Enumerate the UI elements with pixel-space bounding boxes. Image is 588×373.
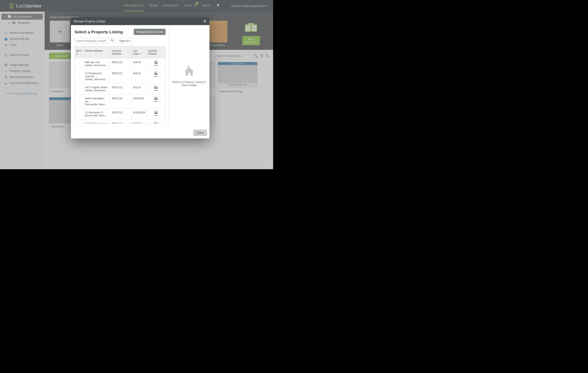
image-icon[interactable] [154, 111, 158, 114]
col-upload[interactable]: Upload Photos [147, 46, 165, 58]
cell-license: 5551212 [110, 83, 132, 94]
more-icon[interactable]: ••• [154, 76, 158, 77]
modal-detail-pane: Select a Property Listing to View Detail… [169, 25, 210, 127]
cell-date: 6/28/2018 [131, 109, 147, 120]
cell-address: 2444 Harrington Av…Bonneville, Minnes… [83, 94, 110, 109]
cell-address: 695 Ayn AveAdrian, Minnesota 5… [83, 58, 110, 69]
cell-mls [75, 109, 83, 120]
image-icon[interactable] [154, 61, 158, 64]
search-listings-input[interactable] [76, 39, 110, 42]
letterbox [0, 169, 273, 175]
cell-license: 5551212 [110, 120, 132, 124]
cell-date: 9/4/18 [131, 69, 147, 83]
manage-data-sources-button[interactable]: Manage Data Sources [134, 29, 166, 35]
modal-heading: Select a Property Listing [74, 30, 123, 34]
cell-mls [75, 58, 83, 69]
cell-license: 5551212 [110, 69, 132, 83]
cell-address: 11 Blumwist CtBonneville, Minnes… [83, 109, 110, 120]
view-all-dropdown[interactable]: View All [117, 38, 133, 44]
cell-upload: ••• [147, 109, 165, 120]
table-row[interactable]: 11 Blumwist CtBonneville, Minnes…5551212… [75, 109, 165, 120]
table-row[interactable]: 3 Chisaiwood AvenueAdrian, Minnesota 5…5… [75, 69, 165, 83]
more-icon[interactable]: ••• [154, 101, 158, 102]
modal-title: Manage Property Listings [74, 20, 106, 23]
cell-address: 2817 Eighth StreetAdrian, Minnesota 5… [83, 83, 110, 94]
cell-address: 3 Chisaiwood AvenueAdrian, Minnesota 5… [83, 69, 110, 83]
listings-table: MLS # Street Address License Number List… [74, 46, 166, 124]
more-icon[interactable]: ••• [154, 115, 158, 116]
col-list-date[interactable]: List Date [131, 46, 147, 58]
cell-date: 9/1/18 [131, 83, 147, 94]
image-icon[interactable] [154, 72, 158, 75]
cell-license: 5551212 [110, 58, 132, 69]
cell-upload: ••• [147, 83, 165, 94]
image-icon[interactable] [154, 97, 158, 100]
cell-upload: ••• [147, 120, 165, 124]
dropdown-label: View All [119, 39, 129, 42]
more-icon[interactable]: ••• [154, 65, 158, 66]
col-mls[interactable]: MLS # [75, 46, 83, 58]
cell-mls [75, 94, 83, 109]
table-header: MLS # Street Address License Number List… [75, 46, 165, 58]
image-icon[interactable] [154, 86, 158, 89]
done-button[interactable]: Done [193, 130, 207, 136]
close-icon[interactable]: ✕ [203, 19, 207, 23]
cell-upload: ••• [147, 94, 165, 109]
modal-titlebar: Manage Property Listings ✕ [71, 18, 210, 25]
table-row[interactable]: 2444 Harrington Av…Bonneville, Minnes…55… [75, 94, 165, 109]
table-row[interactable]: 317 Calico AvenueAdrian, Minnesota 5…555… [75, 120, 165, 124]
house-icon [183, 66, 196, 77]
cell-upload: ••• [147, 69, 165, 83]
more-icon[interactable]: ••• [154, 90, 158, 91]
cell-mls [75, 83, 83, 94]
cell-upload: ••• [147, 58, 165, 69]
table-row[interactable]: 695 Ayn AveAdrian, Minnesota 5…55512129/… [75, 58, 165, 69]
cell-mls [75, 69, 83, 83]
col-license[interactable]: License Number [110, 46, 132, 58]
search-listings[interactable] [74, 38, 115, 44]
search-icon [110, 39, 114, 43]
cell-date: 8/8/2018 [131, 94, 147, 109]
cell-mls [75, 120, 83, 124]
svg-rect-6 [188, 66, 189, 68]
property-listings-modal: Manage Property Listings ✕ Select a Prop… [71, 18, 210, 138]
image-icon[interactable] [154, 122, 158, 124]
cell-date: 9/4/18 [131, 58, 147, 69]
modal-left-pane: Select a Property Listing Manage Data So… [71, 25, 169, 127]
cell-license: 5551212 [110, 94, 132, 109]
cell-date: 6/27/18 [131, 120, 147, 124]
modal-footer: Done [71, 127, 210, 138]
table-row[interactable]: 2817 Eighth StreetAdrian, Minnesota 5…55… [75, 83, 165, 94]
col-address[interactable]: Street Address [83, 46, 110, 58]
detail-prompt: Select a Property Listing to View Detail… [172, 80, 207, 87]
svg-point-5 [111, 39, 113, 41]
cell-address: 317 Calico AvenueAdrian, Minnesota 5… [83, 120, 110, 124]
cell-license: 5551212 [110, 109, 132, 120]
